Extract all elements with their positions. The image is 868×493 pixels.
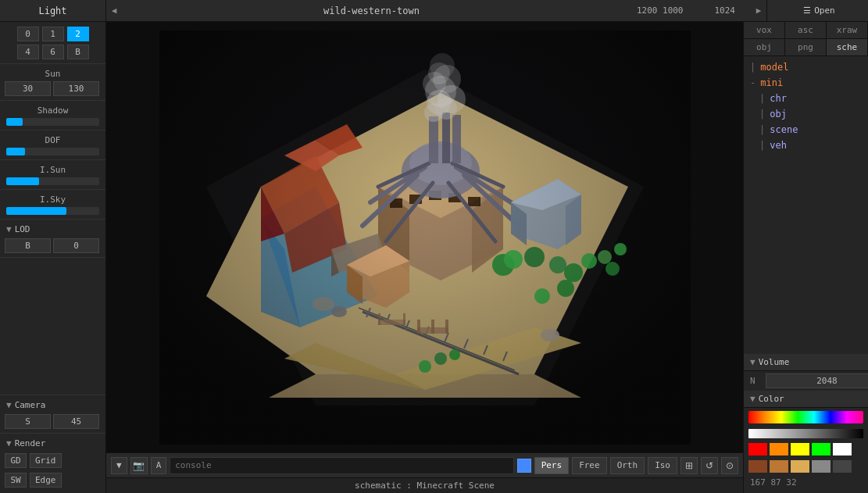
tab-sche[interactable]: sche	[827, 39, 868, 55]
tree-item-chr[interactable]: | chr	[744, 91, 868, 106]
camera-label: Camera	[15, 400, 46, 410]
tree-pipe-chr-icon: |	[759, 93, 765, 104]
color-gradient-bar[interactable]	[744, 408, 868, 427]
lod-values-row	[0, 237, 105, 255]
color-section-header[interactable]: ▼ Color	[744, 391, 868, 408]
isky-slider[interactable]	[0, 205, 105, 216]
shadow-label: Shadow	[0, 103, 105, 116]
tree-item-veh[interactable]: | veh	[744, 138, 868, 153]
console-input[interactable]	[170, 457, 513, 474]
num-btn-6[interactable]: 6	[42, 45, 64, 59]
sun-val2[interactable]	[53, 81, 99, 96]
extra-btn[interactable]: ⊙	[721, 457, 738, 474]
lod-b-field[interactable]	[5, 238, 51, 253]
render-sw-btn[interactable]: SW	[5, 473, 27, 488]
tab-asc[interactable]: asc	[785, 22, 827, 38]
tree-dash-icon: -	[750, 77, 755, 88]
tree-item-model[interactable]: | model	[744, 59, 868, 75]
color-label: Color	[759, 394, 784, 404]
color-swatch-dark[interactable]	[833, 460, 852, 473]
tree-pipe-scene-icon: |	[759, 124, 765, 135]
tree-label-model: model	[760, 62, 788, 73]
reset-view-btn[interactable]: ↺	[701, 457, 718, 474]
tab-xraw[interactable]: xraw	[827, 22, 868, 38]
render-label: Render	[15, 438, 46, 448]
isun-label: I.Sun	[0, 163, 105, 176]
color-swatch-gray[interactable]	[812, 460, 830, 473]
color-swatch-green[interactable]	[812, 443, 830, 455]
camera-arrow-icon: ▼	[6, 400, 12, 410]
color-swatch-orange[interactable]	[770, 443, 788, 455]
num-btn-b[interactable]: B	[67, 45, 89, 59]
view-a-btn[interactable]: A	[151, 457, 167, 474]
tree-pipe-veh-icon: |	[759, 140, 765, 151]
lod-label: LOD	[15, 224, 30, 234]
iso-btn[interactable]: Iso	[648, 457, 677, 474]
scene-num: 1024	[699, 5, 752, 16]
tab-png[interactable]: png	[785, 39, 827, 55]
tree-item-scene[interactable]: | scene	[744, 122, 868, 138]
tab-obj[interactable]: obj	[744, 39, 785, 55]
sun-val1[interactable]	[5, 81, 51, 96]
color-swatch-gold[interactable]	[791, 460, 809, 473]
num-btn-0[interactable]: 0	[17, 27, 39, 41]
shadow-slider[interactable]	[0, 116, 105, 127]
lod-val-field[interactable]	[53, 238, 99, 253]
render-options-row: GD Grid	[0, 451, 105, 470]
num-buttons-row: 0 1 2	[0, 25, 105, 43]
viewport[interactable]	[106, 22, 743, 452]
lod-arrow-icon: ▼	[6, 224, 12, 234]
pers-btn[interactable]: Pers	[534, 457, 570, 474]
lod-section-header[interactable]: ▼ LOD	[0, 222, 105, 237]
isun-slider[interactable]	[0, 176, 105, 187]
isky-label: I.Sky	[0, 192, 105, 205]
num-buttons-row2: 4 6 B	[0, 43, 105, 61]
color-swatch-yellow[interactable]	[791, 443, 809, 455]
right-tab-row-2: obj png sche	[744, 39, 868, 56]
render-gd-btn[interactable]: GD	[5, 453, 27, 468]
color-swatch-red[interactable]	[748, 443, 767, 455]
nav-left-button[interactable]: ◀	[106, 0, 122, 21]
render-grid-btn[interactable]: Grid	[30, 453, 62, 468]
volume-label: Volume	[759, 357, 790, 367]
nav-right-button[interactable]: ▶	[751, 0, 766, 21]
dropdown-arrow-btn[interactable]: ▼	[111, 457, 127, 474]
render-edge-btn[interactable]: Edge	[30, 473, 62, 488]
grid-view-btn[interactable]: ⊞	[680, 457, 698, 474]
tree-item-mini[interactable]: - mini	[744, 75, 868, 91]
volume-section-header[interactable]: ▼ Volume	[744, 354, 868, 371]
tab-vox[interactable]: vox	[744, 22, 785, 38]
dof-slider[interactable]	[0, 146, 105, 157]
color-values-row: 167 87 32	[744, 475, 868, 490]
camera-btn[interactable]: 📷	[130, 457, 148, 474]
tree-item-obj[interactable]: | obj	[744, 106, 868, 122]
scene-dims: 1200 1000	[621, 5, 699, 16]
tree-label-chr: chr	[770, 93, 787, 104]
color-swatch-brown[interactable]	[748, 460, 767, 473]
tree-pipe-obj-icon: |	[759, 109, 765, 120]
scene-svg	[159, 30, 691, 445]
camera-s-field[interactable]	[5, 414, 51, 429]
open-button[interactable]: ☰ Open	[766, 0, 868, 21]
num-btn-4[interactable]: 4	[17, 45, 39, 59]
render-section-header[interactable]: ▼ Render	[0, 436, 105, 451]
color-bw-bar[interactable]	[748, 429, 863, 438]
camera-icon: 📷	[133, 460, 145, 471]
color-swatch-white[interactable]	[833, 443, 852, 455]
volume-value-input[interactable]	[766, 373, 868, 388]
canvas-area: ▼ 📷 A Pers Free Orth Iso ⊞ ↺ ⊙ schematic…	[106, 22, 743, 493]
scene-tree: | model - mini | chr | obj | scene | veh	[744, 56, 868, 209]
num-btn-1[interactable]: 1	[42, 27, 64, 41]
menu-icon: ☰	[803, 5, 811, 16]
sun-values-row	[0, 80, 105, 98]
dof-label: DOF	[0, 133, 105, 146]
free-btn[interactable]: Free	[572, 457, 607, 474]
color-swatch-tan[interactable]	[770, 460, 788, 473]
volume-n-label: N	[750, 376, 761, 386]
camera-section-header[interactable]: ▼ Camera	[0, 398, 105, 413]
camera-val-field[interactable]	[53, 414, 99, 429]
num-btn-2[interactable]: 2	[67, 27, 89, 41]
orth-btn[interactable]: Orth	[610, 457, 645, 474]
volume-row: N	[744, 371, 868, 391]
status-bar: schematic : Minecraft Scene	[106, 477, 743, 493]
